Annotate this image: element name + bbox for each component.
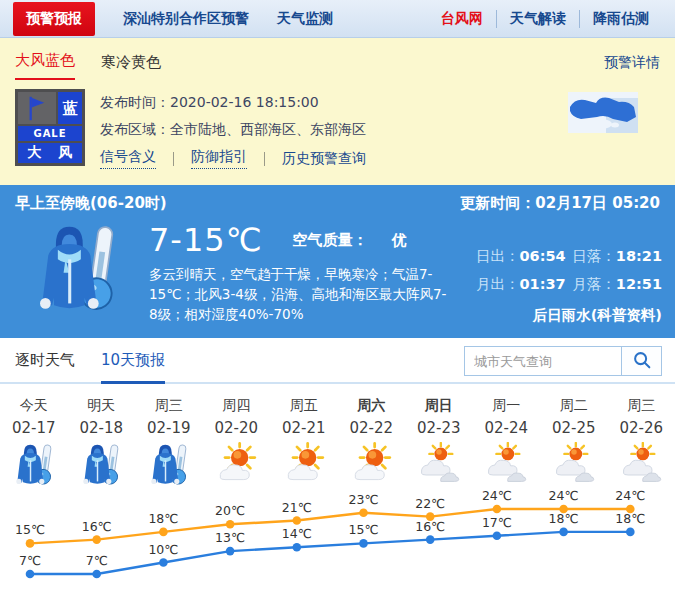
warning-area-map[interactable] (568, 92, 638, 169)
top-nav: 预警预报 深汕特别合作区预警 天气监测 台风网 天气解读 降雨估测 (0, 0, 675, 38)
forecast-day[interactable]: 周三02-26 (608, 394, 675, 490)
separator (173, 152, 174, 166)
forecast-day[interactable]: 周二02-25 (540, 394, 608, 490)
series-high-point (359, 509, 368, 518)
series-low-point (493, 532, 502, 541)
series-low-point (426, 535, 435, 544)
temperature-range: 7-15℃ (149, 221, 263, 259)
sunset: 日落：18:21 (572, 247, 662, 266)
point-label: 16℃ (415, 519, 445, 534)
search-input[interactable] (465, 347, 621, 375)
search-button[interactable] (621, 347, 661, 375)
point-label: 17℃ (482, 515, 512, 530)
forecast-period: 早上至傍晚(06-20时) (15, 194, 167, 213)
day-date: 02-24 (473, 416, 541, 440)
day-date: 02-26 (608, 416, 675, 440)
day-name: 今天 (0, 394, 68, 416)
sign-code: GALE (18, 126, 82, 141)
day-date: 02-19 (135, 416, 203, 440)
forecast-day[interactable]: 今天02-17 (0, 394, 68, 490)
publish-time-label: 发布时间： (100, 94, 170, 110)
day-name: 周三 (135, 394, 203, 416)
forecast-day[interactable]: 周三02-19 (135, 394, 203, 490)
series-low-point (359, 539, 368, 548)
tab-10day-forecast[interactable]: 10天预报 (101, 351, 165, 384)
warning-detail-link[interactable]: 预警详情 (604, 54, 660, 80)
day-name: 周日 (405, 394, 473, 416)
point-label: 15℃ (15, 522, 45, 537)
weather-icon-sun-cloud (203, 440, 271, 488)
air-quality-label: 空气质量： (293, 231, 368, 250)
moonset: 月落：12:51 (572, 275, 662, 294)
point-label: 16℃ (82, 519, 112, 534)
weather-icon-sun-cloud (338, 440, 406, 488)
series-high-point (226, 520, 235, 529)
forecast-day[interactable]: 周四02-20 (203, 394, 271, 490)
series-low-line (30, 532, 630, 574)
update-time: 更新时间：02月17日 05:20 (460, 194, 660, 213)
forecast-day[interactable]: 明天02-18 (68, 394, 136, 490)
point-label: 24℃ (482, 490, 512, 503)
weather-icon-cloud-sun (473, 440, 541, 488)
current-conditions: 早上至傍晚(06-20时) 更新时间：02月17日 05:20 7-15℃ 空气… (0, 185, 675, 338)
signal-meaning-link[interactable]: 信号含义 (100, 148, 156, 169)
search-icon (631, 349, 653, 374)
nav-tab-shenshan-warning[interactable]: 深汕特别合作区预警 (123, 10, 249, 28)
gale-blue-warning-sign-icon[interactable]: 蓝 GALE 大 风 (15, 89, 85, 166)
point-label: 24℃ (615, 490, 645, 503)
nav-link-weather-interpretation[interactable]: 天气解读 (496, 10, 579, 28)
nav-link-rainfall-estimate[interactable]: 降雨估测 (579, 10, 662, 28)
nav-right-links: 台风网 天气解读 降雨估测 (428, 10, 662, 28)
warning-alert-row: 蓝 GALE 大 风 发布时间：2020-02-16 18:15:00 发布区域… (0, 80, 675, 169)
forecast-day[interactable]: 周一02-24 (473, 394, 541, 490)
day-name: 周三 (608, 394, 675, 416)
defense-guide-link[interactable]: 防御指引 (191, 148, 247, 169)
solar-term-link[interactable]: 后日雨水(科普资料) (476, 306, 662, 325)
temperature-chart: 15℃16℃18℃20℃21℃23℃22℃24℃24℃24℃7℃7℃10℃13℃… (0, 490, 675, 594)
publish-time-row: 发布时间：2020-02-16 18:15:00 (100, 89, 366, 116)
series-high-point (92, 535, 101, 544)
day-date: 02-20 (203, 416, 271, 440)
series-high-line (30, 509, 630, 543)
gale-flag-icon (18, 92, 56, 124)
sunrise: 日出：06:54 (476, 247, 566, 266)
point-label: 14℃ (282, 526, 312, 541)
series-high-point (26, 539, 35, 548)
alert-info: 发布时间：2020-02-16 18:15:00 发布区域：全市陆地、西部海区、… (100, 89, 366, 169)
point-label: 21℃ (282, 500, 312, 515)
weather-description: 多云到晴天，空气趋于干燥，早晚寒冷；气温7-15℃；北风3-4级，沿海、高地和海… (149, 264, 451, 324)
series-low-point (226, 547, 235, 556)
nav-link-typhoon-net[interactable]: 台风网 (428, 10, 496, 28)
nav-tab-weather-monitor[interactable]: 天气监测 (277, 10, 333, 28)
separator (264, 152, 265, 166)
series-low-point (92, 570, 101, 579)
forecast-day[interactable]: 周日02-23 (405, 394, 473, 490)
point-label: 7℃ (86, 553, 108, 568)
history-warning-query-link[interactable]: 历史预警查询 (282, 150, 366, 168)
series-high-point (493, 505, 502, 514)
point-label: 18℃ (148, 511, 178, 526)
alert-links: 信号含义 防御指引 历史预警查询 (100, 148, 366, 169)
forecast-day[interactable]: 周五02-21 (270, 394, 338, 490)
weather-icon-cold (135, 440, 203, 488)
forecast-day[interactable]: 周六02-22 (338, 394, 406, 490)
sign-name: 大 风 (18, 143, 82, 163)
nav-tab-warning-forecast[interactable]: 预警预报 (13, 2, 95, 36)
day-name: 周五 (270, 394, 338, 416)
city-weather-search (464, 346, 662, 376)
publish-area-row: 发布区域：全市陆地、西部海区、东部海区 (100, 116, 366, 143)
warning-tab-gale-blue[interactable]: 大风蓝色 (15, 51, 75, 80)
point-label: 13℃ (215, 530, 245, 545)
weather-icon-sun-cloud (270, 440, 338, 488)
moonrise: 月出：01:37 (476, 275, 566, 294)
weather-icon-cold (0, 440, 68, 488)
tab-hourly-weather[interactable]: 逐时天气 (15, 351, 75, 382)
day-date: 02-22 (338, 416, 406, 440)
day-name: 周一 (473, 394, 541, 416)
warning-tab-cold-yellow[interactable]: 寒冷黄色 (101, 53, 161, 80)
point-label: 22℃ (415, 496, 445, 511)
day-name: 明天 (68, 394, 136, 416)
forecast-days: 今天02-17 明天02-18 周三02-19 周四02-20 周五02-21 … (0, 384, 675, 490)
weather-icon-cloud-sun (540, 440, 608, 488)
point-label: 24℃ (549, 490, 579, 503)
